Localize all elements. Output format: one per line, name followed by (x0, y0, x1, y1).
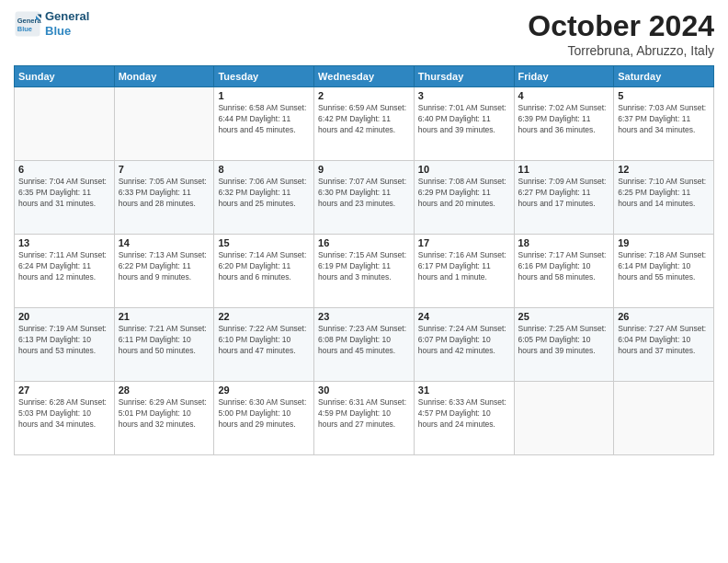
calendar-table: Sunday Monday Tuesday Wednesday Thursday… (14, 65, 714, 455)
col-monday: Monday (114, 66, 214, 87)
cell-info: Sunrise: 7:18 AM Sunset: 6:14 PM Dayligh… (618, 250, 710, 283)
day-number: 25 (518, 311, 610, 322)
day-number: 5 (618, 90, 710, 101)
cell-info: Sunrise: 7:27 AM Sunset: 6:04 PM Dayligh… (618, 324, 710, 357)
day-number: 24 (418, 311, 510, 322)
col-saturday: Saturday (614, 66, 714, 87)
day-number: 7 (119, 164, 210, 175)
cell-info: Sunrise: 7:21 AM Sunset: 6:11 PM Dayligh… (119, 324, 210, 357)
month-title: October 2024 (528, 9, 714, 43)
svg-text:General: General (17, 16, 41, 24)
day-number: 30 (318, 385, 410, 396)
col-friday: Friday (514, 66, 614, 87)
cell-info: Sunrise: 7:06 AM Sunset: 6:32 PM Dayligh… (218, 177, 310, 210)
week-row-4: 27Sunrise: 6:28 AM Sunset: 5:03 PM Dayli… (15, 382, 714, 455)
day-number: 16 (318, 237, 410, 248)
day-number: 10 (418, 164, 510, 175)
table-row: 16Sunrise: 7:15 AM Sunset: 6:19 PM Dayli… (314, 235, 415, 308)
table-row: 31Sunrise: 6:33 AM Sunset: 4:57 PM Dayli… (414, 382, 514, 455)
table-row: 20Sunrise: 7:19 AM Sunset: 6:13 PM Dayli… (15, 308, 115, 382)
table-row: 7Sunrise: 7:05 AM Sunset: 6:33 PM Daylig… (114, 161, 214, 235)
day-number: 4 (518, 90, 610, 101)
table-row: 26Sunrise: 7:27 AM Sunset: 6:04 PM Dayli… (614, 308, 714, 382)
day-number: 1 (218, 90, 310, 101)
day-number: 15 (218, 237, 310, 248)
table-row: 28Sunrise: 6:29 AM Sunset: 5:01 PM Dayli… (114, 382, 214, 455)
table-row: 12Sunrise: 7:10 AM Sunset: 6:25 PM Dayli… (614, 161, 714, 235)
day-number: 13 (18, 237, 110, 248)
cell-info: Sunrise: 7:04 AM Sunset: 6:35 PM Dayligh… (18, 177, 110, 210)
logo-line1: General (45, 9, 89, 24)
cell-info: Sunrise: 7:07 AM Sunset: 6:30 PM Dayligh… (318, 177, 410, 210)
table-row: 22Sunrise: 7:22 AM Sunset: 6:10 PM Dayli… (214, 308, 314, 382)
week-row-1: 6Sunrise: 7:04 AM Sunset: 6:35 PM Daylig… (15, 161, 714, 235)
day-number: 12 (618, 164, 710, 175)
calendar-container: General Blue General Blue October 2024 T… (0, 0, 728, 563)
table-row: 25Sunrise: 7:25 AM Sunset: 6:05 PM Dayli… (514, 308, 614, 382)
day-number: 27 (18, 385, 110, 396)
table-row: 6Sunrise: 7:04 AM Sunset: 6:35 PM Daylig… (15, 161, 115, 235)
day-number: 26 (618, 311, 710, 322)
table-row: 17Sunrise: 7:16 AM Sunset: 6:17 PM Dayli… (414, 235, 514, 308)
day-number: 20 (18, 311, 110, 322)
table-row (15, 87, 115, 161)
cell-info: Sunrise: 7:02 AM Sunset: 6:39 PM Dayligh… (518, 103, 610, 136)
cell-info: Sunrise: 7:15 AM Sunset: 6:19 PM Dayligh… (318, 250, 410, 283)
cell-info: Sunrise: 7:13 AM Sunset: 6:22 PM Dayligh… (119, 250, 210, 283)
cell-info: Sunrise: 7:03 AM Sunset: 6:37 PM Dayligh… (618, 103, 710, 136)
title-block: October 2024 Torrebruna, Abruzzo, Italy (528, 9, 714, 58)
cell-info: Sunrise: 7:11 AM Sunset: 6:24 PM Dayligh… (18, 250, 110, 283)
week-row-2: 13Sunrise: 7:11 AM Sunset: 6:24 PM Dayli… (15, 235, 714, 308)
table-row: 10Sunrise: 7:08 AM Sunset: 6:29 PM Dayli… (414, 161, 514, 235)
cell-info: Sunrise: 6:29 AM Sunset: 5:01 PM Dayligh… (119, 397, 210, 431)
cell-info: Sunrise: 6:28 AM Sunset: 5:03 PM Dayligh… (18, 397, 110, 431)
cell-info: Sunrise: 7:01 AM Sunset: 6:40 PM Dayligh… (418, 103, 510, 136)
week-row-3: 20Sunrise: 7:19 AM Sunset: 6:13 PM Dayli… (15, 308, 714, 382)
day-number: 6 (18, 164, 110, 175)
svg-text:Blue: Blue (17, 24, 32, 32)
cell-info: Sunrise: 7:17 AM Sunset: 6:16 PM Dayligh… (518, 250, 610, 283)
cell-info: Sunrise: 7:24 AM Sunset: 6:07 PM Dayligh… (418, 324, 510, 357)
day-number: 19 (618, 237, 710, 248)
location: Torrebruna, Abruzzo, Italy (528, 43, 714, 58)
header: General Blue General Blue October 2024 T… (14, 9, 714, 58)
day-number: 18 (518, 237, 610, 248)
day-number: 17 (418, 237, 510, 248)
table-row: 29Sunrise: 6:30 AM Sunset: 5:00 PM Dayli… (214, 382, 314, 455)
table-row: 8Sunrise: 7:06 AM Sunset: 6:32 PM Daylig… (214, 161, 314, 235)
day-number: 23 (318, 311, 410, 322)
day-number: 28 (119, 385, 210, 396)
cell-info: Sunrise: 6:33 AM Sunset: 4:57 PM Dayligh… (418, 397, 510, 431)
logo-line2: Blue (45, 24, 89, 39)
table-row: 18Sunrise: 7:17 AM Sunset: 6:16 PM Dayli… (514, 235, 614, 308)
cell-info: Sunrise: 6:30 AM Sunset: 5:00 PM Dayligh… (218, 397, 310, 431)
col-sunday: Sunday (15, 66, 115, 87)
cell-info: Sunrise: 6:31 AM Sunset: 4:59 PM Dayligh… (318, 397, 410, 431)
col-wednesday: Wednesday (314, 66, 415, 87)
table-row: 23Sunrise: 7:23 AM Sunset: 6:08 PM Dayli… (314, 308, 415, 382)
table-row: 30Sunrise: 6:31 AM Sunset: 4:59 PM Dayli… (314, 382, 415, 455)
cell-info: Sunrise: 7:14 AM Sunset: 6:20 PM Dayligh… (218, 250, 310, 283)
cell-info: Sunrise: 7:22 AM Sunset: 6:10 PM Dayligh… (218, 324, 310, 357)
cell-info: Sunrise: 7:09 AM Sunset: 6:27 PM Dayligh… (518, 177, 610, 210)
table-row: 13Sunrise: 7:11 AM Sunset: 6:24 PM Dayli… (15, 235, 115, 308)
table-row: 3Sunrise: 7:01 AM Sunset: 6:40 PM Daylig… (414, 87, 514, 161)
day-number: 2 (318, 90, 410, 101)
logo-icon: General Blue (14, 10, 41, 38)
table-row: 19Sunrise: 7:18 AM Sunset: 6:14 PM Dayli… (614, 235, 714, 308)
calendar-header-row: Sunday Monday Tuesday Wednesday Thursday… (15, 66, 714, 87)
table-row: 15Sunrise: 7:14 AM Sunset: 6:20 PM Dayli… (214, 235, 314, 308)
table-row: 27Sunrise: 6:28 AM Sunset: 5:03 PM Dayli… (15, 382, 115, 455)
table-row: 2Sunrise: 6:59 AM Sunset: 6:42 PM Daylig… (314, 87, 415, 161)
day-number: 31 (418, 385, 510, 396)
cell-info: Sunrise: 7:05 AM Sunset: 6:33 PM Dayligh… (119, 177, 210, 210)
table-row: 21Sunrise: 7:21 AM Sunset: 6:11 PM Dayli… (114, 308, 214, 382)
cell-info: Sunrise: 6:58 AM Sunset: 6:44 PM Dayligh… (218, 103, 310, 136)
table-row: 24Sunrise: 7:24 AM Sunset: 6:07 PM Dayli… (414, 308, 514, 382)
logo: General Blue General Blue (14, 9, 89, 38)
table-row: 4Sunrise: 7:02 AM Sunset: 6:39 PM Daylig… (514, 87, 614, 161)
week-row-0: 1Sunrise: 6:58 AM Sunset: 6:44 PM Daylig… (15, 87, 714, 161)
day-number: 21 (119, 311, 210, 322)
cell-info: Sunrise: 7:16 AM Sunset: 6:17 PM Dayligh… (418, 250, 510, 283)
table-row (514, 382, 614, 455)
